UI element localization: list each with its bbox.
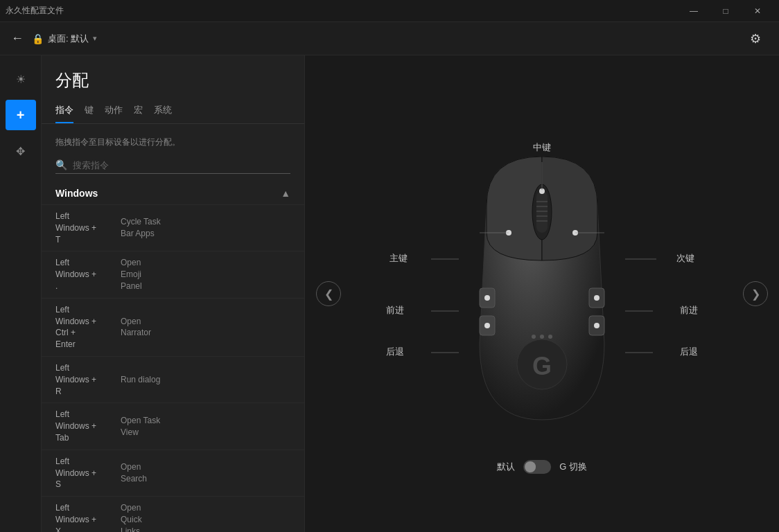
settings-button[interactable]: ⚙ bbox=[743, 26, 768, 51]
list-item[interactable]: LeftWindows +T Cycle TaskBar Apps bbox=[42, 204, 304, 251]
tab-macros[interactable]: 宏 bbox=[134, 98, 143, 123]
default-label: 默认 bbox=[497, 461, 515, 473]
nav-right-button[interactable]: ❯ bbox=[743, 281, 768, 306]
icon-sidebar: ☀ + ✥ bbox=[0, 55, 42, 532]
tab-system[interactable]: 系统 bbox=[154, 98, 172, 123]
svg-point-25 bbox=[594, 323, 599, 328]
secondary-button-label: 次键 bbox=[676, 252, 694, 265]
command-list: Windows ▲ LeftWindows +T Cycle TaskBar A… bbox=[42, 179, 304, 532]
search-bar: 🔍 bbox=[55, 159, 290, 174]
list-item[interactable]: LeftWindows +R Run dialog bbox=[42, 356, 304, 402]
maximize-button[interactable]: □ bbox=[710, 0, 742, 22]
g-switch-label: G 切换 bbox=[559, 461, 587, 473]
svg-point-23 bbox=[594, 295, 599, 301]
cmd-key: LeftWindows +. bbox=[55, 257, 118, 292]
cmd-key: LeftWindows +X bbox=[55, 502, 118, 532]
svg-text:G: G bbox=[532, 352, 552, 380]
cmd-desc: OpenSearch bbox=[121, 461, 147, 485]
mouse-image: G bbox=[459, 150, 625, 427]
sidebar-assign-button[interactable]: + bbox=[6, 100, 36, 130]
search-input[interactable] bbox=[73, 160, 290, 170]
list-item[interactable]: LeftWindows +Tab Open TaskView bbox=[42, 402, 304, 449]
cmd-desc: Run dialog bbox=[121, 374, 160, 386]
svg-point-24 bbox=[484, 323, 490, 328]
command-panel: 分配 指令 键 动作 宏 系统 拖拽指令至目标设备以进行分配。 🔍 Window… bbox=[42, 55, 305, 532]
sidebar-brightness-button[interactable]: ☀ bbox=[6, 64, 36, 94]
svg-point-16 bbox=[548, 335, 552, 339]
command-hint: 拖拽指令至目标设备以进行分配。 bbox=[42, 131, 304, 154]
search-icon: 🔍 bbox=[55, 159, 67, 170]
title-bar-left: 永久性配置文件 bbox=[6, 5, 64, 17]
main-layout: ☀ + ✥ 分配 指令 键 动作 宏 系统 拖拽指令至目标设备以进行分配。 🔍 … bbox=[0, 55, 779, 532]
header: ← 🔒 桌面: 默认 ▾ ⚙ bbox=[0, 22, 779, 55]
header-profile: 🔒 桌面: 默认 ▾ bbox=[32, 33, 97, 45]
svg-rect-2 bbox=[536, 191, 548, 233]
svg-point-14 bbox=[532, 335, 536, 339]
sidebar-move-button[interactable]: ✥ bbox=[6, 136, 36, 166]
tab-actions[interactable]: 动作 bbox=[105, 98, 123, 123]
list-item[interactable]: LeftWindows +X OpenQuickLinks bbox=[42, 496, 304, 532]
mouse-diagram: 中键 主键 次键 前进 前进 后退 后退 bbox=[348, 100, 736, 488]
toggle-switch[interactable] bbox=[523, 460, 551, 474]
lock-icon: 🔒 bbox=[32, 33, 44, 44]
bottom-controls: 默认 G 切换 bbox=[497, 460, 587, 474]
cmd-key: LeftWindows +R bbox=[55, 362, 118, 397]
nav-left-button[interactable]: ❮ bbox=[316, 281, 341, 306]
cmd-desc: OpenEmojiPanel bbox=[121, 257, 142, 292]
forward-right-label: 前进 bbox=[680, 304, 698, 317]
list-item[interactable]: LeftWindows +S OpenSearch bbox=[42, 450, 304, 496]
section-toggle[interactable]: ▲ bbox=[281, 188, 290, 199]
cmd-desc: Open TaskView bbox=[121, 415, 160, 438]
svg-point-22 bbox=[484, 295, 490, 301]
title-bar: 永久性配置文件 — □ ✕ bbox=[0, 0, 779, 22]
forward-left-label: 前进 bbox=[386, 304, 404, 317]
mouse-area: ❮ ❯ 中键 主键 次键 前进 前进 后退 后退 bbox=[305, 55, 779, 532]
back-button[interactable]: ← bbox=[11, 31, 24, 46]
svg-point-15 bbox=[540, 335, 544, 339]
svg-point-17 bbox=[539, 188, 545, 194]
profile-label: 桌面: 默认 bbox=[48, 33, 89, 45]
minimize-button[interactable]: — bbox=[678, 0, 710, 22]
cmd-desc: OpenNarrator bbox=[121, 316, 151, 339]
tab-commands[interactable]: 指令 bbox=[55, 98, 73, 123]
primary-button-label: 主键 bbox=[390, 252, 408, 265]
panel-title: 分配 bbox=[42, 55, 304, 98]
list-item[interactable]: LeftWindows +. OpenEmojiPanel bbox=[42, 251, 304, 297]
back-right-label: 后退 bbox=[680, 346, 698, 358]
back-left-label: 后退 bbox=[386, 346, 404, 358]
app-title: 永久性配置文件 bbox=[6, 5, 64, 17]
tab-keys[interactable]: 键 bbox=[85, 98, 94, 123]
cmd-key: LeftWindows +Tab bbox=[55, 409, 118, 443]
cmd-desc: OpenQuickLinks bbox=[121, 502, 142, 532]
close-button[interactable]: ✕ bbox=[742, 0, 773, 22]
cmd-desc: Cycle TaskBar Apps bbox=[121, 216, 161, 240]
cmd-key: LeftWindows +S bbox=[55, 456, 118, 490]
cmd-key: LeftWindows +T bbox=[55, 211, 118, 245]
list-item[interactable]: LeftWindows +Ctrl +Enter OpenNarrator bbox=[42, 298, 304, 356]
section-header: Windows ▲ bbox=[42, 179, 304, 204]
command-tabs: 指令 键 动作 宏 系统 bbox=[42, 98, 304, 124]
section-title: Windows bbox=[55, 188, 98, 199]
title-bar-controls: — □ ✕ bbox=[678, 0, 773, 22]
cmd-key: LeftWindows +Ctrl +Enter bbox=[55, 304, 118, 351]
chevron-down-icon[interactable]: ▾ bbox=[93, 34, 97, 43]
